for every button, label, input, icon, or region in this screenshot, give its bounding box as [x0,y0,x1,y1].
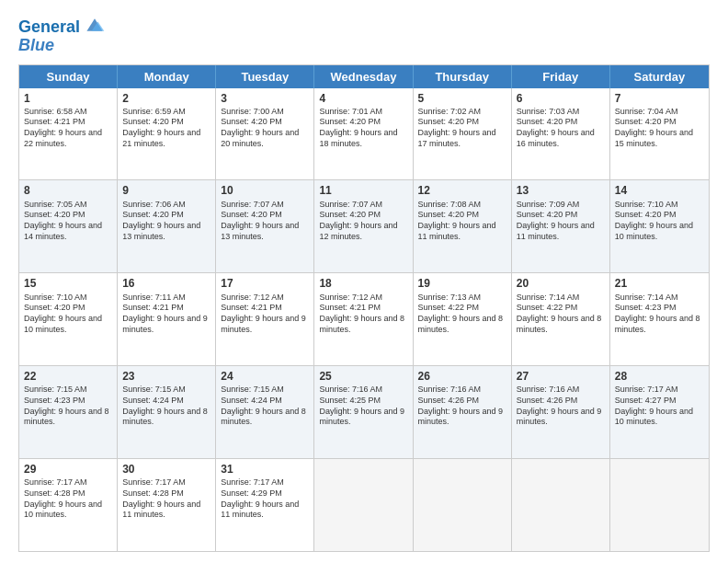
calendar-cell-empty [610,459,709,551]
logo-blue: Blue [18,37,106,55]
calendar-cell: 29Sunrise: 7:17 AM Sunset: 4:28 PM Dayli… [19,459,118,551]
day-info: Sunrise: 7:17 AM Sunset: 4:27 PM Dayligh… [615,385,704,428]
day-number: 25 [319,369,407,384]
day-info: Sunrise: 7:09 AM Sunset: 4:20 PM Dayligh… [517,200,605,243]
day-number: 26 [418,369,506,384]
calendar-cell: 22Sunrise: 7:15 AM Sunset: 4:23 PM Dayli… [19,366,118,458]
calendar-cell: 9Sunrise: 7:06 AM Sunset: 4:20 PM Daylig… [118,180,216,272]
calendar-day-header: Friday [512,65,610,88]
day-info: Sunrise: 7:02 AM Sunset: 4:20 PM Dayligh… [418,107,506,150]
logo-text: General [18,18,80,37]
calendar-cell-empty [414,459,512,551]
calendar-cell: 1Sunrise: 6:58 AM Sunset: 4:21 PM Daylig… [19,88,118,180]
day-number: 29 [24,462,112,477]
calendar-header: SundayMondayTuesdayWednesdayThursdayFrid… [19,65,709,88]
day-info: Sunrise: 7:15 AM Sunset: 4:24 PM Dayligh… [122,385,210,428]
calendar-cell: 24Sunrise: 7:15 AM Sunset: 4:24 PM Dayli… [216,366,314,458]
day-number: 19 [418,276,506,291]
calendar: SundayMondayTuesdayWednesdayThursdayFrid… [18,64,710,552]
calendar-cell: 3Sunrise: 7:00 AM Sunset: 4:20 PM Daylig… [216,88,314,180]
day-info: Sunrise: 7:16 AM Sunset: 4:26 PM Dayligh… [517,385,605,428]
logo-icon [84,14,106,36]
day-number: 10 [221,183,309,198]
day-number: 21 [615,276,704,291]
calendar-cell: 14Sunrise: 7:10 AM Sunset: 4:20 PM Dayli… [610,180,709,272]
day-number: 9 [122,183,210,198]
day-number: 24 [221,369,309,384]
day-number: 6 [517,91,605,106]
day-number: 3 [221,91,309,106]
calendar-cell: 30Sunrise: 7:17 AM Sunset: 4:28 PM Dayli… [118,459,216,551]
calendar-week: 15Sunrise: 7:10 AM Sunset: 4:20 PM Dayli… [19,273,709,366]
calendar-cell: 27Sunrise: 7:16 AM Sunset: 4:26 PM Dayli… [512,366,610,458]
day-number: 13 [517,183,605,198]
calendar-cell: 12Sunrise: 7:08 AM Sunset: 4:20 PM Dayli… [414,180,512,272]
logo: General Blue [18,18,106,55]
calendar-cell: 16Sunrise: 7:11 AM Sunset: 4:21 PM Dayli… [118,273,216,365]
day-info: Sunrise: 7:01 AM Sunset: 4:20 PM Dayligh… [319,107,407,150]
day-info: Sunrise: 7:05 AM Sunset: 4:20 PM Dayligh… [24,200,112,243]
day-info: Sunrise: 7:06 AM Sunset: 4:20 PM Dayligh… [122,200,210,243]
day-number: 31 [221,462,309,477]
day-number: 20 [517,276,605,291]
calendar-day-header: Wednesday [314,65,413,88]
day-info: Sunrise: 7:10 AM Sunset: 4:20 PM Dayligh… [615,200,704,243]
calendar-cell: 25Sunrise: 7:16 AM Sunset: 4:25 PM Dayli… [314,366,413,458]
day-number: 22 [24,369,112,384]
day-info: Sunrise: 7:17 AM Sunset: 4:29 PM Dayligh… [221,477,309,521]
day-number: 11 [319,183,407,198]
day-info: Sunrise: 7:14 AM Sunset: 4:23 PM Dayligh… [615,293,704,336]
day-info: Sunrise: 7:17 AM Sunset: 4:28 PM Dayligh… [24,477,112,521]
day-info: Sunrise: 6:58 AM Sunset: 4:21 PM Dayligh… [24,107,112,150]
calendar-cell: 17Sunrise: 7:12 AM Sunset: 4:21 PM Dayli… [216,273,314,365]
calendar-cell: 7Sunrise: 7:04 AM Sunset: 4:20 PM Daylig… [610,88,709,180]
calendar-cell: 2Sunrise: 6:59 AM Sunset: 4:20 PM Daylig… [118,88,216,180]
day-info: Sunrise: 7:13 AM Sunset: 4:22 PM Dayligh… [418,293,506,336]
calendar-cell: 6Sunrise: 7:03 AM Sunset: 4:20 PM Daylig… [512,88,610,180]
calendar-cell: 4Sunrise: 7:01 AM Sunset: 4:20 PM Daylig… [314,88,413,180]
calendar-week: 8Sunrise: 7:05 AM Sunset: 4:20 PM Daylig… [19,180,709,273]
calendar-cell: 28Sunrise: 7:17 AM Sunset: 4:27 PM Dayli… [610,366,709,458]
calendar-cell: 13Sunrise: 7:09 AM Sunset: 4:20 PM Dayli… [512,180,610,272]
calendar-cell: 11Sunrise: 7:07 AM Sunset: 4:20 PM Dayli… [314,180,413,272]
calendar-day-header: Thursday [414,65,512,88]
calendar-week: 1Sunrise: 6:58 AM Sunset: 4:21 PM Daylig… [19,88,709,181]
day-number: 4 [319,91,407,106]
calendar-cell: 15Sunrise: 7:10 AM Sunset: 4:20 PM Dayli… [19,273,118,365]
calendar-cell: 18Sunrise: 7:12 AM Sunset: 4:21 PM Dayli… [314,273,413,365]
day-number: 5 [418,91,506,106]
day-number: 1 [24,91,112,106]
day-info: Sunrise: 7:12 AM Sunset: 4:21 PM Dayligh… [221,293,309,336]
day-info: Sunrise: 7:10 AM Sunset: 4:20 PM Dayligh… [24,293,112,336]
day-info: Sunrise: 7:17 AM Sunset: 4:28 PM Dayligh… [122,477,210,521]
day-number: 15 [24,276,112,291]
day-info: Sunrise: 7:16 AM Sunset: 4:26 PM Dayligh… [418,385,506,428]
day-number: 12 [418,183,506,198]
day-number: 7 [615,91,704,106]
calendar-body: 1Sunrise: 6:58 AM Sunset: 4:21 PM Daylig… [19,88,709,551]
day-info: Sunrise: 7:03 AM Sunset: 4:20 PM Dayligh… [517,107,605,150]
day-number: 14 [615,183,704,198]
calendar-cell: 19Sunrise: 7:13 AM Sunset: 4:22 PM Dayli… [414,273,512,365]
calendar-cell: 5Sunrise: 7:02 AM Sunset: 4:20 PM Daylig… [414,88,512,180]
day-number: 27 [517,369,605,384]
calendar-cell: 31Sunrise: 7:17 AM Sunset: 4:29 PM Dayli… [216,459,314,551]
day-number: 8 [24,183,112,198]
day-info: Sunrise: 7:12 AM Sunset: 4:21 PM Dayligh… [319,293,407,336]
calendar-cell: 10Sunrise: 7:07 AM Sunset: 4:20 PM Dayli… [216,180,314,272]
calendar-cell: 26Sunrise: 7:16 AM Sunset: 4:26 PM Dayli… [414,366,512,458]
calendar-cell: 8Sunrise: 7:05 AM Sunset: 4:20 PM Daylig… [19,180,118,272]
calendar-day-header: Sunday [19,65,118,88]
day-info: Sunrise: 7:15 AM Sunset: 4:23 PM Dayligh… [24,385,112,428]
day-number: 16 [122,276,210,291]
calendar-cell: 21Sunrise: 7:14 AM Sunset: 4:23 PM Dayli… [610,273,709,365]
day-info: Sunrise: 6:59 AM Sunset: 4:20 PM Dayligh… [122,107,210,150]
day-number: 17 [221,276,309,291]
day-info: Sunrise: 7:07 AM Sunset: 4:20 PM Dayligh… [319,200,407,243]
calendar-day-header: Tuesday [216,65,314,88]
day-info: Sunrise: 7:15 AM Sunset: 4:24 PM Dayligh… [221,385,309,428]
day-number: 30 [122,462,210,477]
calendar-week: 29Sunrise: 7:17 AM Sunset: 4:28 PM Dayli… [19,459,709,551]
day-info: Sunrise: 7:14 AM Sunset: 4:22 PM Dayligh… [517,293,605,336]
day-info: Sunrise: 7:04 AM Sunset: 4:20 PM Dayligh… [615,107,704,150]
